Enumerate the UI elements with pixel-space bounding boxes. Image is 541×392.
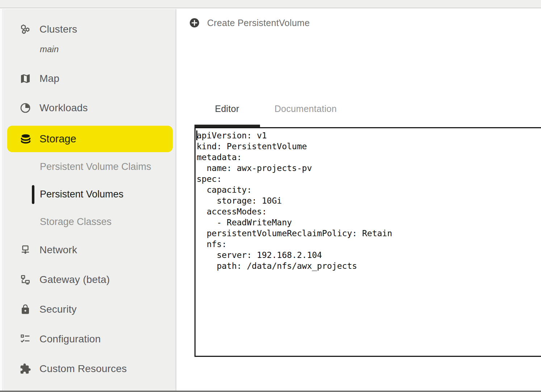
sidebar-item-label: Workloads bbox=[39, 102, 88, 114]
bottom-edge-bar bbox=[0, 391, 541, 392]
sidebar-item-label: Security bbox=[39, 304, 77, 315]
sidebar-item-label: Clusters bbox=[39, 24, 77, 35]
security-icon bbox=[19, 303, 32, 316]
text-cursor bbox=[196, 130, 197, 140]
sidebar-item-storage-classes[interactable]: Storage Classes bbox=[3, 212, 173, 232]
kubernetes-dashboard-window: Clusters main Map Workloads bbox=[0, 0, 541, 392]
top-bar bbox=[0, 0, 541, 8]
sidebar-item-label: Configuration bbox=[39, 333, 101, 345]
sidebar-item-security[interactable]: Security bbox=[3, 299, 173, 320]
plus-circle-icon bbox=[189, 18, 200, 28]
sidebar-item-custom-resources[interactable]: Custom Resources bbox=[3, 359, 173, 379]
yaml-editor[interactable]: apiVersion: v1 kind: PersistentVolume me… bbox=[194, 127, 541, 357]
clusters-icon bbox=[19, 23, 32, 36]
sidebar-item-storage[interactable]: Storage bbox=[7, 126, 173, 152]
custom-resources-icon bbox=[19, 363, 32, 375]
left-gutter bbox=[0, 9, 3, 392]
gateway-icon bbox=[19, 274, 32, 286]
sidebar: Clusters main Map Workloads bbox=[3, 9, 176, 392]
sidebar-item-label: Network bbox=[39, 244, 77, 256]
sidebar-item-label: Custom Resources bbox=[39, 363, 127, 375]
configuration-icon bbox=[19, 333, 32, 345]
sidebar-item-persistent-volume-claims[interactable]: Persistent Volume Claims bbox=[3, 157, 173, 177]
sidebar-item-label: Storage bbox=[39, 133, 76, 145]
selected-item-indicator bbox=[32, 185, 34, 204]
sidebar-item-gateway[interactable]: Gateway (beta) bbox=[3, 270, 173, 290]
create-persistentvolume-label: Create PersistentVolume bbox=[207, 18, 310, 28]
tab-documentation[interactable]: Documentation bbox=[260, 103, 352, 115]
sidebar-item-label: Gateway (beta) bbox=[39, 274, 110, 285]
sidebar-item-map[interactable]: Map bbox=[3, 68, 173, 89]
sidebar-item-network[interactable]: Network bbox=[3, 240, 173, 260]
storage-icon bbox=[19, 133, 32, 146]
sidebar-item-clusters[interactable]: Clusters bbox=[3, 19, 173, 39]
sidebar-item-persistent-volumes[interactable]: Persistent Volumes bbox=[3, 184, 173, 204]
tab-editor[interactable]: Editor bbox=[194, 103, 260, 115]
yaml-content[interactable]: apiVersion: v1 kind: PersistentVolume me… bbox=[196, 128, 541, 271]
sidebar-cluster-name[interactable]: main bbox=[3, 43, 173, 56]
workloads-icon bbox=[19, 102, 32, 114]
sidebar-item-workloads[interactable]: Workloads bbox=[3, 98, 173, 118]
sidebar-item-configuration[interactable]: Configuration bbox=[3, 329, 173, 349]
create-persistentvolume-button[interactable]: Create PersistentVolume bbox=[189, 17, 310, 29]
map-icon bbox=[19, 72, 32, 85]
sidebar-item-label: Map bbox=[39, 73, 59, 84]
network-icon bbox=[19, 244, 32, 256]
